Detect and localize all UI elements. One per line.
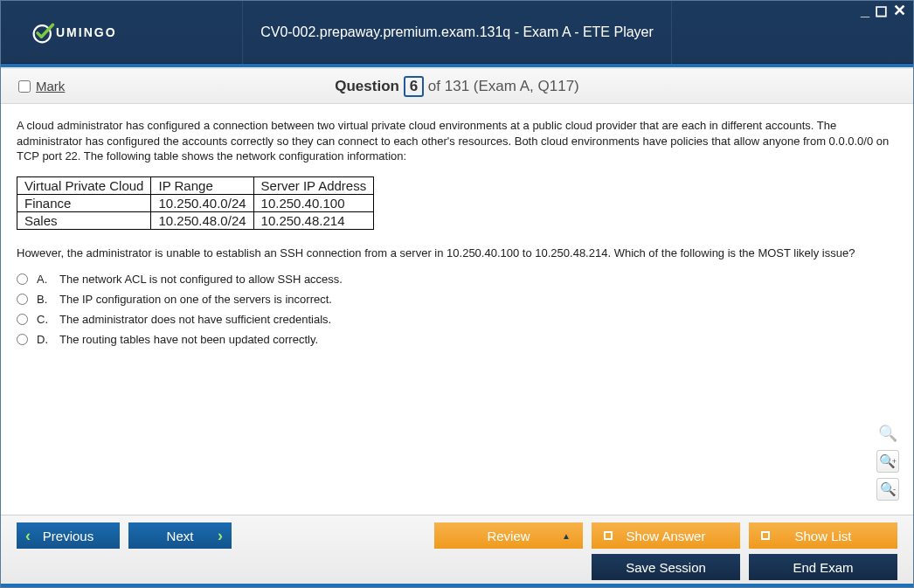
th-serverip: Server IP Address — [253, 176, 374, 194]
option-c-text: The administrator does not have sufficie… — [59, 313, 331, 326]
option-a-radio[interactable] — [17, 273, 28, 285]
save-session-button[interactable]: Save Session — [592, 554, 740, 580]
search-icon[interactable]: 🔍 — [876, 422, 899, 445]
answer-options: A. The network ACL is not configured to … — [17, 273, 897, 346]
option-a-text: The network ACL is not configured to all… — [59, 273, 343, 286]
question-total: of 131 (Exam A, Q117) — [428, 78, 579, 94]
zoom-in-button[interactable]: 🔍+ — [876, 450, 899, 473]
question-number: 6 — [404, 76, 424, 97]
previous-button[interactable]: ‹ Previous — [17, 522, 120, 549]
table-header-row: Virtual Private Cloud IP Range Server IP… — [17, 176, 374, 194]
question-header: Mark Question 6 of 131 (Exam A, Q117) — [1, 69, 913, 104]
question-text-2: However, the administrator is unable to … — [17, 246, 897, 261]
question-label: Question — [335, 78, 399, 94]
th-iprange: IP Range — [151, 176, 253, 194]
option-c-radio[interactable] — [17, 314, 28, 325]
th-vpc: Virtual Private Cloud — [17, 176, 151, 194]
question-info: Question 6 of 131 (Exam A, Q117) — [1, 76, 913, 97]
square-icon — [604, 531, 613, 540]
option-d[interactable]: D. The routing tables have not been upda… — [17, 333, 897, 346]
footer-row-2: Save Session End Exam — [1, 552, 913, 584]
footer: ‹ Previous Next › Review ▲ Show Answer S… — [1, 515, 913, 586]
option-c[interactable]: C. The administrator does not have suffi… — [17, 313, 897, 326]
option-a[interactable]: A. The network ACL is not configured to … — [17, 273, 897, 286]
next-button[interactable]: Next › — [128, 522, 232, 549]
option-b-text: The IP configuration on one of the serve… — [59, 293, 332, 306]
content-area: A cloud administrator has configured a c… — [1, 104, 913, 515]
table-row: Finance 10.250.40.0/24 10.250.40.100 — [17, 194, 374, 211]
option-b[interactable]: B. The IP configuration on one of the se… — [17, 293, 897, 306]
option-b-radio[interactable] — [17, 294, 28, 305]
review-button[interactable]: Review ▲ — [434, 522, 583, 549]
triangle-up-icon: ▲ — [562, 531, 571, 541]
table-row: Sales 10.250.48.0/24 10.250.48.214 — [17, 211, 374, 229]
network-table: Virtual Private Cloud IP Range Server IP… — [17, 176, 374, 230]
zoom-out-button[interactable]: 🔍- — [876, 478, 899, 501]
square-icon — [761, 531, 770, 540]
window-title-wrap: CV0-002.prepaway.premium.exam.131q - Exa… — [1, 1, 913, 64]
bottom-accent-bar — [1, 584, 913, 587]
end-exam-button[interactable]: End Exam — [749, 554, 897, 580]
window-title: CV0-002.prepaway.premium.exam.131q - Exa… — [242, 1, 672, 64]
show-answer-button[interactable]: Show Answer — [592, 522, 740, 549]
option-d-radio[interactable] — [17, 334, 28, 345]
chevron-left-icon: ‹ — [25, 527, 31, 545]
chevron-right-icon: › — [218, 527, 223, 545]
question-text-1: A cloud administrator has configured a c… — [17, 118, 897, 164]
show-list-button[interactable]: Show List — [749, 522, 897, 549]
title-bar: _ ◻ ✕ UMINGO CV0-002.prepaway.premium.ex… — [1, 1, 913, 64]
footer-row-1: ‹ Previous Next › Review ▲ Show Answer S… — [1, 515, 913, 552]
zoom-controls: 🔍 🔍+ 🔍- — [876, 422, 899, 501]
option-d-text: The routing tables have not been updated… — [59, 333, 318, 346]
